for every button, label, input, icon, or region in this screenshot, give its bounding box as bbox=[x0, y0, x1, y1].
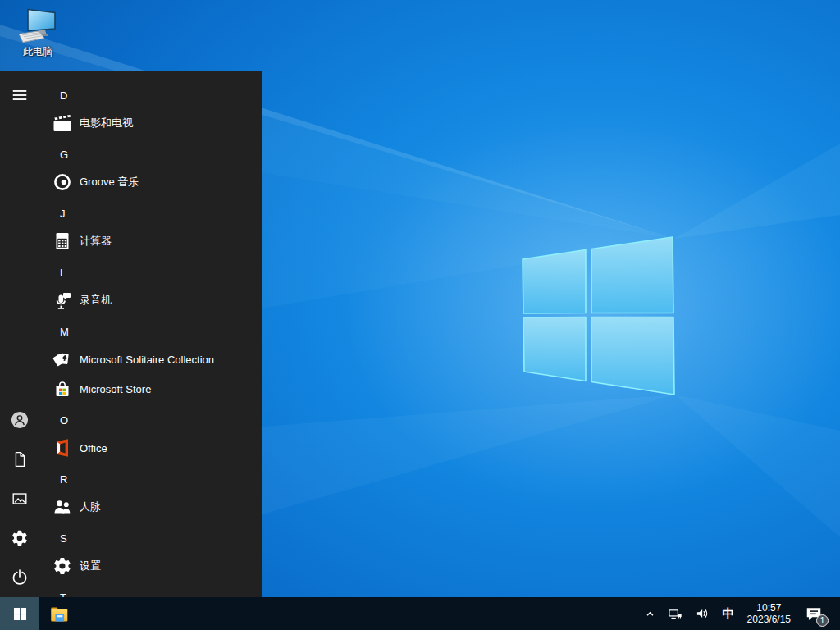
pictures-icon bbox=[11, 490, 29, 508]
app-label: Office bbox=[80, 442, 107, 454]
user-account-button[interactable] bbox=[0, 400, 39, 440]
windows-start-icon bbox=[12, 606, 28, 622]
this-pc-icon bbox=[17, 7, 58, 44]
app-section-letter[interactable]: O bbox=[39, 410, 262, 430]
app-label: Microsoft Store bbox=[80, 383, 151, 395]
hamburger-icon bbox=[11, 86, 29, 104]
start-app-item[interactable]: 计算器 bbox=[39, 226, 262, 256]
office-icon bbox=[52, 438, 72, 458]
solitaire-icon bbox=[52, 349, 72, 369]
notification-badge: 1 bbox=[816, 614, 829, 627]
gear-icon bbox=[11, 529, 29, 547]
app-section-letter[interactable]: S bbox=[39, 528, 262, 548]
action-center-button[interactable]: 1 bbox=[797, 597, 833, 630]
gear-icon bbox=[52, 556, 72, 576]
clock-time: 10:57 bbox=[756, 602, 781, 614]
start-app-item[interactable]: Groove 音乐 bbox=[39, 167, 262, 197]
chevron-up-icon bbox=[645, 609, 655, 619]
movies-icon bbox=[52, 113, 72, 133]
taskbar: 中 10:57 2023/6/15 1 bbox=[0, 597, 840, 630]
start-app-item[interactable]: 电影和电视 bbox=[39, 108, 262, 138]
rail-bottom-group bbox=[0, 400, 39, 597]
start-menu-rail bbox=[0, 71, 39, 597]
start-menu: D电影和电视GGroove 音乐J计算器L录音机MMicrosoft Solit… bbox=[0, 71, 262, 597]
network-button[interactable] bbox=[661, 597, 689, 630]
app-label: 设置 bbox=[80, 559, 101, 573]
system-tray: 中 10:57 2023/6/15 1 bbox=[639, 597, 840, 630]
start-app-item[interactable]: Office bbox=[39, 433, 262, 463]
app-label: 电影和电视 bbox=[80, 116, 133, 130]
groove-icon bbox=[52, 172, 72, 192]
power-icon bbox=[11, 568, 29, 587]
calculator-icon bbox=[52, 231, 72, 251]
file-explorer-button[interactable] bbox=[39, 597, 79, 630]
clock[interactable]: 10:57 2023/6/15 bbox=[741, 597, 797, 630]
start-button[interactable] bbox=[0, 597, 39, 630]
clock-date: 2023/6/15 bbox=[747, 614, 791, 625]
start-app-item[interactable]: Microsoft Solitaire Collection bbox=[39, 345, 262, 374]
user-avatar-icon bbox=[11, 411, 29, 429]
desktop: 此电脑 bbox=[0, 0, 840, 630]
app-section-letter[interactable]: G bbox=[39, 144, 262, 164]
documents-button[interactable] bbox=[0, 440, 39, 479]
document-icon bbox=[11, 450, 29, 468]
start-app-list: D电影和电视GGroove 音乐J计算器L录音机MMicrosoft Solit… bbox=[39, 71, 262, 597]
app-section-letter[interactable]: L bbox=[39, 262, 262, 282]
pictures-button[interactable] bbox=[0, 479, 39, 518]
expand-menu-button[interactable] bbox=[0, 75, 39, 115]
desktop-icon-this-pc[interactable]: 此电脑 bbox=[7, 7, 69, 59]
show-desktop-button[interactable] bbox=[833, 597, 840, 630]
app-section-letter[interactable]: J bbox=[39, 203, 262, 223]
start-app-item[interactable]: 录音机 bbox=[39, 285, 262, 315]
start-app-item[interactable]: 设置 bbox=[39, 551, 262, 581]
start-app-item[interactable]: 人脉 bbox=[39, 492, 262, 522]
start-app-item[interactable]: Microsoft Store bbox=[39, 374, 262, 404]
app-label: Groove 音乐 bbox=[80, 175, 139, 189]
app-label: 人脉 bbox=[80, 500, 101, 514]
people-icon bbox=[52, 497, 72, 517]
app-label: 录音机 bbox=[80, 293, 112, 308]
recorder-icon bbox=[52, 290, 72, 310]
app-section-letter[interactable]: M bbox=[39, 322, 262, 341]
app-section-letter[interactable]: T bbox=[39, 587, 262, 597]
ime-indicator[interactable]: 中 bbox=[717, 597, 741, 630]
app-label: 计算器 bbox=[80, 234, 112, 249]
app-section-letter[interactable]: D bbox=[39, 85, 262, 105]
desktop-icon-label: 此电脑 bbox=[23, 45, 52, 59]
app-section-letter[interactable]: R bbox=[39, 469, 262, 489]
volume-icon bbox=[695, 605, 711, 622]
settings-button[interactable] bbox=[0, 518, 39, 558]
power-button[interactable] bbox=[0, 558, 39, 597]
folder-icon bbox=[48, 603, 70, 624]
app-label: Microsoft Solitaire Collection bbox=[80, 354, 214, 366]
tray-expand-button[interactable] bbox=[639, 597, 661, 630]
network-icon bbox=[667, 605, 683, 622]
store-icon bbox=[52, 379, 72, 399]
volume-button[interactable] bbox=[689, 597, 717, 630]
